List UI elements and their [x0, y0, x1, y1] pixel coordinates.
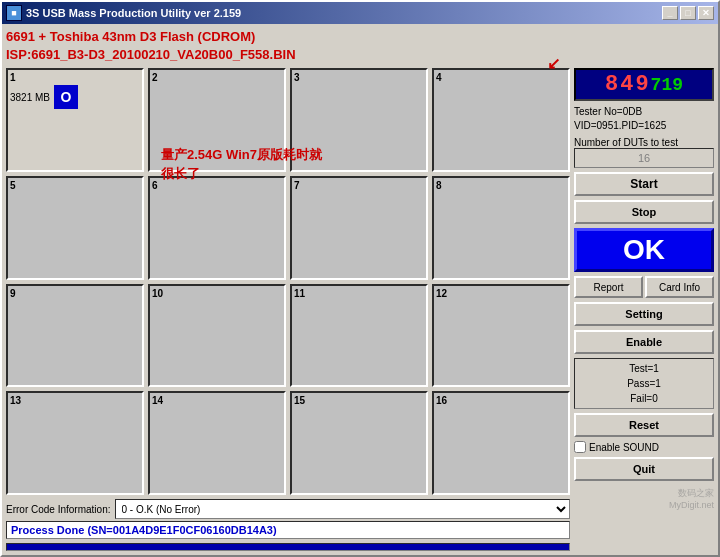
- stop-button[interactable]: Stop: [574, 200, 714, 224]
- slot-11-label: 11: [294, 288, 424, 299]
- slot-9: 9: [6, 284, 144, 388]
- slot-14: 14: [148, 391, 286, 495]
- slot-7-label: 7: [294, 180, 424, 191]
- header-line1: 6691 + Toshiba 43nm D3 Flash (CDROM): [6, 28, 714, 46]
- error-dropdown[interactable]: 0 - O.K (No Error): [115, 499, 571, 519]
- slot-1: 1 3821 MB O: [6, 68, 144, 172]
- slot-4-label: 4: [436, 72, 566, 83]
- quit-button[interactable]: Quit: [574, 457, 714, 481]
- slot-9-label: 9: [10, 288, 140, 299]
- stat-pass: Pass=1: [579, 376, 709, 391]
- slot-14-label: 14: [152, 395, 282, 406]
- counter-box: 849 719: [574, 68, 714, 101]
- tester-info: Tester No=0DB VID=0951.PID=1625: [574, 105, 714, 133]
- ok-button[interactable]: OK: [574, 228, 714, 272]
- right-panel: 849 719 Tester No=0DB VID=0951.PID=1625 …: [574, 68, 714, 551]
- slot-6: 6: [148, 176, 286, 280]
- bottom-bar: Error Code Information: 0 - O.K (No Erro…: [6, 499, 570, 551]
- enable-button[interactable]: Enable: [574, 330, 714, 354]
- enable-sound-checkbox[interactable]: [574, 441, 586, 453]
- dut-input[interactable]: [574, 148, 714, 168]
- stat-test: Test=1: [579, 361, 709, 376]
- slot-8: 8: [432, 176, 570, 280]
- slot-10-label: 10: [152, 288, 282, 299]
- arrow-indicator: ↙: [547, 54, 560, 73]
- watermark-line1: 数码之家: [574, 487, 714, 500]
- window-title: 3S USB Mass Production Utility ver 2.159: [26, 7, 241, 19]
- title-bar: ■ 3S USB Mass Production Utility ver 2.1…: [2, 2, 718, 24]
- slot-1-mb: 3821 MB: [10, 92, 50, 103]
- maximize-button[interactable]: □: [680, 6, 696, 20]
- report-button[interactable]: Report: [574, 276, 643, 298]
- slot-2-label: 2: [152, 72, 282, 83]
- error-row: Error Code Information: 0 - O.K (No Erro…: [6, 499, 570, 519]
- main-window: ■ 3S USB Mass Production Utility ver 2.1…: [0, 0, 720, 557]
- slot-1-blue-indicator: O: [54, 85, 78, 109]
- status-bar: Process Done (SN=001A4D9E1F0CF06160DB14A…: [6, 521, 570, 539]
- slot-16-label: 16: [436, 395, 566, 406]
- slot-8-label: 8: [436, 180, 566, 191]
- slot-12: 12: [432, 284, 570, 388]
- slot-5-label: 5: [10, 180, 140, 191]
- slot-7: 7: [290, 176, 428, 280]
- stats-box: Test=1 Pass=1 Fail=0: [574, 358, 714, 409]
- dut-section: Number of DUTs to test: [574, 137, 714, 168]
- tester-vid-pid: VID=0951.PID=1625: [574, 119, 714, 133]
- header-line2: ISP:6691_B3-D3_20100210_VA20B00_F558.BIN: [6, 46, 714, 64]
- title-bar-left: ■ 3S USB Mass Production Utility ver 2.1…: [6, 5, 241, 21]
- slot-13-label: 13: [10, 395, 140, 406]
- header-title: 6691 + Toshiba 43nm D3 Flash (CDROM) ISP…: [6, 28, 714, 64]
- slot-3-label: 3: [294, 72, 424, 83]
- minimize-button[interactable]: _: [662, 6, 678, 20]
- main-content: 1 3821 MB O 2 3: [6, 68, 714, 551]
- title-controls: _ □ ✕: [662, 6, 714, 20]
- slot-16: 16: [432, 391, 570, 495]
- tester-no: Tester No=0DB: [574, 105, 714, 119]
- slot-4: 4 ↙: [432, 68, 570, 172]
- report-cardinfo-row: Report Card Info: [574, 276, 714, 298]
- counter-display: 849 719: [605, 72, 683, 97]
- enable-sound-label: Enable SOUND: [589, 442, 659, 453]
- slot-10: 10: [148, 284, 286, 388]
- header-section: 6691 + Toshiba 43nm D3 Flash (CDROM) ISP…: [6, 28, 714, 64]
- counter-green: 719: [651, 75, 683, 95]
- slot-11: 11: [290, 284, 428, 388]
- slot-12-label: 12: [436, 288, 566, 299]
- slot-15-label: 15: [294, 395, 424, 406]
- slot-grid: 1 3821 MB O 2 3: [6, 68, 570, 495]
- close-button[interactable]: ✕: [698, 6, 714, 20]
- window-body: 6691 + Toshiba 43nm D3 Flash (CDROM) ISP…: [2, 24, 718, 555]
- left-panel: 1 3821 MB O 2 3: [6, 68, 570, 551]
- card-info-button[interactable]: Card Info: [645, 276, 714, 298]
- slot-1-content: 3821 MB O: [10, 85, 140, 109]
- counter-red: 849: [605, 72, 651, 97]
- slot-2: 2: [148, 68, 286, 172]
- slot-6-label: 6: [152, 180, 282, 191]
- app-icon: ■: [6, 5, 22, 21]
- reset-button[interactable]: Reset: [574, 413, 714, 437]
- watermark: 数码之家 MyDigit.net: [574, 487, 714, 510]
- start-button[interactable]: Start: [574, 172, 714, 196]
- stat-fail: Fail=0: [579, 391, 709, 406]
- setting-button[interactable]: Setting: [574, 302, 714, 326]
- progress-bar: [6, 543, 570, 551]
- enable-sound-row: Enable SOUND: [574, 441, 714, 453]
- slot-13: 13: [6, 391, 144, 495]
- watermark-line2: MyDigit.net: [574, 500, 714, 510]
- slot-3: 3: [290, 68, 428, 172]
- slot-1-label: 1: [10, 72, 140, 83]
- dut-label: Number of DUTs to test: [574, 137, 714, 148]
- error-label: Error Code Information:: [6, 504, 111, 515]
- slot-5: 5: [6, 176, 144, 280]
- slot-15: 15: [290, 391, 428, 495]
